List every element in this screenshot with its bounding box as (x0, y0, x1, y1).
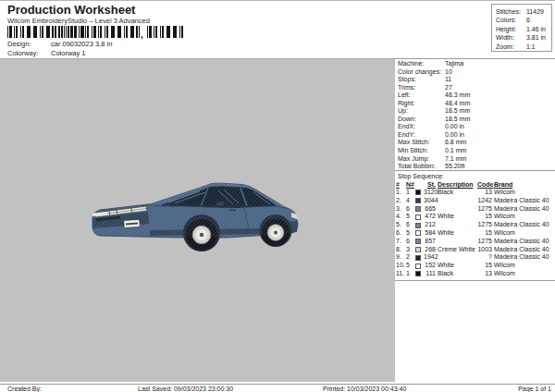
thread-color-swatch (415, 198, 421, 203)
design-summary-box: Stitches:11429 Colors:6 Height:1.46 in W… (491, 4, 552, 52)
stop-sequence-row: 5.62121275Madeira Classic 40 (395, 221, 555, 229)
machine-info-row: EndX:0.00 in (395, 123, 555, 131)
info-value: 48.3 mm (445, 92, 470, 100)
printed-text: Printed: 10/03/2023 00:43:40 (323, 386, 406, 392)
summary-row: Colors:6 (492, 16, 551, 24)
machine-info-row: Max Jump:7.1 mm (395, 155, 555, 164)
page-title: Production Worksheet (7, 3, 135, 17)
thread-color-swatch (415, 247, 421, 252)
thread-color-swatch (415, 230, 421, 236)
colorway-value: Colorway 1 (51, 49, 86, 57)
machine-info-row: Right:48.4 mm (395, 100, 555, 108)
machine-info-row: Max Stitch:6.8 mm (395, 139, 555, 147)
thread-color-swatch (415, 255, 421, 261)
info-label: Max Stitch: (398, 139, 445, 147)
thread-color-swatch (415, 223, 421, 228)
col-header-description: Description (436, 180, 477, 189)
design-label: Design: (7, 40, 51, 48)
info-label: Left: (398, 92, 445, 100)
info-label: Trims: (398, 84, 445, 92)
info-label: EndY: (398, 131, 445, 140)
barcode-comma: , (141, 30, 143, 40)
thread-color-swatch (415, 263, 421, 269)
barcode-segment (7, 26, 140, 38)
colorway-row: Colorway: Colorway 1 (7, 49, 86, 57)
stat-value: 11429 (526, 7, 544, 16)
info-value: 27 (445, 84, 452, 92)
info-value: 7.1 mm (445, 155, 466, 164)
machine-info-row: Up:18.5 mm (395, 107, 555, 116)
info-value: 18.5 mm (445, 116, 470, 124)
thread-color-swatch (415, 214, 421, 220)
thread-color-swatch (415, 271, 421, 276)
stop-sequence-row: 7.68571275Madeira Classic 40 (395, 238, 555, 246)
summary-row: Stitches:11429 (492, 7, 551, 16)
summary-row: Height:1.46 in (492, 25, 551, 33)
summary-row: Zoom:1:1 (492, 43, 551, 51)
stat-label: Width: (496, 33, 526, 42)
design-barcode: , (7, 26, 192, 39)
stop-sequence-panel: Stop Sequence: # N# St. Description Code… (395, 170, 555, 281)
design-value: car 09032023 3,8 in (51, 40, 112, 48)
design-canvas (0, 58, 395, 382)
barcode-segment (147, 26, 186, 38)
machine-info-row: EndY:0.00 in (395, 131, 555, 140)
stop-sequence-row: 2.430441242Madeira Classic 40 (395, 197, 555, 205)
info-label: Stops: (398, 76, 445, 84)
info-value: 18.5 mm (445, 107, 470, 116)
car-embroidery-preview (89, 182, 302, 254)
production-worksheet-page: Production Worksheet Wilcom EmbroiderySt… (0, 0, 555, 392)
col-header-brand: Brand (492, 180, 555, 189)
thread-color-swatch (415, 239, 421, 244)
col-header-needle: N# (406, 180, 415, 189)
stat-value: 1:1 (526, 43, 536, 51)
stat-value: 1.46 in (526, 25, 546, 33)
last-saved-text: Last Saved: 09/03/2023 23:00:30 (138, 386, 233, 392)
page-number: Page 1 of 1 (518, 386, 551, 392)
stop-sequence-title: Stop Sequence: (395, 171, 555, 180)
col-header-stitches: St. (424, 180, 436, 189)
info-value: 0.00 in (445, 123, 464, 131)
info-label: Down: (398, 116, 445, 124)
stop-sequence-row: 6.5584White15Wilcom (395, 229, 555, 238)
summary-row: Width:3.81 in (492, 33, 551, 42)
stat-label: Colors: (496, 16, 526, 24)
machine-info-row: Min Stitch:0.1 mm (395, 147, 555, 155)
stat-value: 6 (526, 16, 530, 24)
info-label: Color changes: (398, 68, 445, 77)
info-value: 11 (445, 76, 451, 84)
app-subtitle: Wilcom EmbroideryStudio – Level 3 Advanc… (7, 17, 150, 25)
info-value: 10 (445, 68, 452, 77)
info-value: Tajima (445, 60, 463, 68)
info-label: Max Jump: (398, 155, 445, 164)
info-value: 48.4 mm (445, 100, 470, 108)
machine-info-row: Down:18.5 mm (395, 116, 555, 124)
stop-sequence-header-row: # N# St. Description Code Brand (395, 180, 555, 189)
machine-info-panel: Machine:Tajima Color changes:10 Stops:11… (395, 58, 555, 170)
stat-value: 3.81 in (526, 33, 546, 42)
stop-sequence-row: 9.21942?Madeira Classic 40 (395, 253, 555, 262)
stop-sequence-row: 4.5472White15Wilcom (395, 213, 555, 221)
info-value: 0.00 in (445, 131, 464, 140)
stop-sequence-row: 3.66651275Madeira Classic 40 (395, 205, 555, 214)
stop-sequence-row: 1.13120Black13Wilcom (395, 189, 555, 197)
machine-info-row: Left:48.3 mm (395, 92, 555, 100)
info-label: Right: (398, 100, 445, 108)
info-label: EndX: (398, 123, 445, 131)
page-footer: Created By: Last Saved: 09/03/2023 23:00… (0, 384, 555, 392)
thread-color-swatch (415, 190, 421, 195)
stat-label: Height: (496, 25, 526, 33)
col-header-num: # (396, 180, 406, 189)
col-header-code: Code (477, 180, 492, 189)
stat-label: Zoom: (496, 43, 526, 51)
machine-info-row: Color changes:10 (395, 68, 555, 77)
info-label: Up: (398, 107, 445, 116)
info-label: Min Stitch: (398, 147, 445, 155)
colorway-label: Colorway: (7, 49, 51, 57)
stop-sequence-row: 8.3268Crème White1003Madeira Classic 40 (395, 246, 555, 254)
info-label: Machine: (398, 60, 445, 68)
machine-info-row: Trims:27 (395, 84, 555, 92)
machine-info-row: Stops:11 (395, 76, 555, 84)
stop-sequence-row: 11.1111Black13Wilcom (395, 270, 555, 278)
machine-info-row: Machine:Tajima (395, 60, 555, 68)
